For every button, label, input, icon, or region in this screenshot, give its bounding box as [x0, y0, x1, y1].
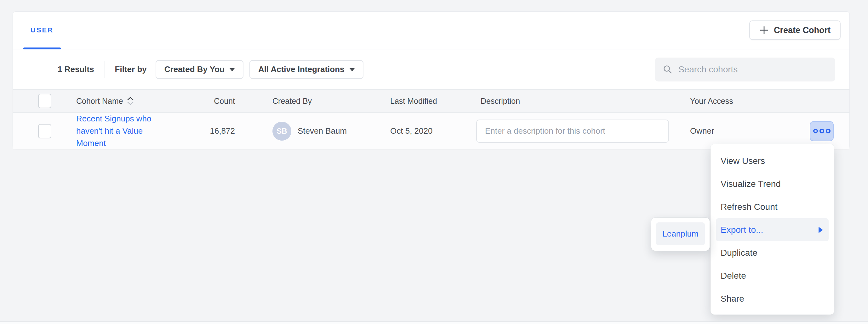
created-by-dropdown[interactable]: Created By You — [156, 60, 244, 79]
column-header-your-access: Your Access — [690, 89, 788, 112]
export-submenu: Leanplum — [651, 218, 710, 251]
description-input[interactable] — [476, 119, 669, 143]
cohorts-card: USER Create Cohort 1 Results Filter by C… — [12, 11, 850, 149]
chevron-down-icon — [350, 68, 354, 71]
created-by-dropdown-label: Created By You — [164, 65, 224, 74]
select-all-checkbox[interactable] — [38, 94, 51, 108]
column-header-cohort-name[interactable]: Cohort Name — [76, 89, 189, 112]
search-box — [655, 58, 835, 81]
tab-bar: USER Create Cohort — [13, 12, 849, 49]
avatar: SB — [273, 122, 291, 141]
column-header-last-modified: Last Modified — [390, 89, 476, 112]
search-icon — [663, 65, 673, 75]
column-header-actions — [788, 89, 849, 112]
column-header-created-by: Created By — [235, 89, 390, 112]
more-actions-button[interactable] — [810, 121, 834, 141]
column-header-description: Description — [476, 89, 690, 112]
menu-item-share[interactable]: Share — [711, 287, 834, 310]
menu-item-duplicate[interactable]: Duplicate — [711, 241, 834, 264]
row-checkbox-cell — [13, 113, 76, 149]
cohort-count: 16,872 — [210, 126, 235, 136]
more-dots-icon — [813, 129, 818, 133]
cohort-count-cell: 16,872 — [189, 113, 235, 149]
filter-bar: 1 Results Filter by Created By You All A… — [13, 49, 849, 89]
menu-item-delete[interactable]: Delete — [711, 264, 834, 287]
row-checkbox[interactable] — [38, 124, 51, 138]
menu-item-visualize-trend[interactable]: Visualize Trend — [711, 172, 834, 195]
integrations-dropdown[interactable]: All Active Integrations — [249, 60, 364, 79]
description-cell — [476, 113, 690, 149]
chevron-down-icon — [229, 68, 235, 71]
column-header-count: Count — [189, 89, 235, 112]
search-input[interactable] — [678, 65, 828, 75]
last-modified-cell: Oct 5, 2020 — [390, 113, 476, 149]
page-bottom-divider — [0, 322, 868, 324]
last-modified-date: Oct 5, 2020 — [390, 126, 432, 136]
create-cohort-label: Create Cohort — [774, 26, 831, 35]
sort-icon — [126, 96, 134, 106]
filter-by-label: Filter by — [115, 65, 147, 74]
cohort-name-cell: Recent Signups who haven't hit a Value M… — [76, 113, 189, 149]
header-checkbox-cell — [13, 89, 76, 112]
cohort-name-link[interactable]: Recent Signups who haven't hit a Value M… — [76, 113, 157, 149]
divider — [104, 61, 105, 78]
plus-icon — [760, 26, 769, 35]
create-cohort-button[interactable]: Create Cohort — [749, 21, 841, 40]
menu-item-view-users[interactable]: View Users — [711, 149, 834, 172]
integrations-dropdown-label: All Active Integrations — [258, 65, 345, 74]
row-actions-menu: View Users Visualize Trend Refresh Count… — [711, 144, 834, 315]
created-by-name: Steven Baum — [298, 126, 347, 136]
table-header-row: Cohort Name Count Created By Last Modifi… — [13, 89, 849, 113]
submenu-arrow-icon — [818, 227, 823, 233]
tab-user[interactable]: USER — [23, 12, 61, 49]
menu-item-export-to[interactable]: Export to... — [716, 218, 829, 241]
menu-item-leanplum[interactable]: Leanplum — [656, 222, 705, 245]
more-dots-icon — [819, 129, 824, 133]
tab-user-label: USER — [31, 26, 54, 34]
created-by-cell: SB Steven Baum — [235, 113, 390, 149]
results-count: 1 Results — [58, 65, 94, 74]
access-value: Owner — [690, 126, 714, 136]
menu-item-refresh-count[interactable]: Refresh Count — [711, 195, 834, 218]
more-dots-icon — [826, 129, 831, 133]
